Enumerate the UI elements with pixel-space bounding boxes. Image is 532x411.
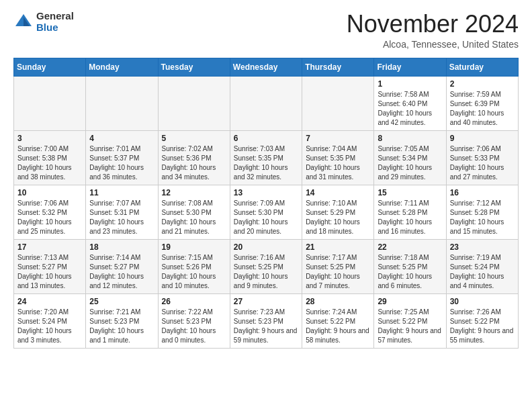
day-number: 19 xyxy=(162,242,226,252)
calendar-cell: 27Sunrise: 7:23 AM Sunset: 5:23 PM Dayli… xyxy=(230,293,302,348)
day-number: 8 xyxy=(378,134,442,143)
day-info: Sunrise: 7:58 AM Sunset: 6:40 PM Dayligh… xyxy=(378,90,442,128)
day-number: 13 xyxy=(234,188,298,197)
calendar-cell: 15Sunrise: 7:11 AM Sunset: 5:28 PM Dayli… xyxy=(374,185,446,239)
day-info: Sunrise: 7:04 AM Sunset: 5:35 PM Dayligh… xyxy=(306,144,370,182)
calendar-table: SundayMondayTuesdayWednesdayThursdayFrid… xyxy=(13,58,519,349)
day-number: 26 xyxy=(162,297,226,306)
calendar-cell: 18Sunrise: 7:14 AM Sunset: 5:27 PM Dayli… xyxy=(86,239,158,293)
header: General Blue November 2024 Alcoa, Tennes… xyxy=(13,11,519,50)
day-info: Sunrise: 7:16 AM Sunset: 5:25 PM Dayligh… xyxy=(234,253,298,291)
day-number: 6 xyxy=(234,134,298,143)
calendar-header-saturday: Saturday xyxy=(446,58,518,76)
day-info: Sunrise: 7:17 AM Sunset: 5:25 PM Dayligh… xyxy=(306,253,370,291)
calendar-cell: 7Sunrise: 7:04 AM Sunset: 5:35 PM Daylig… xyxy=(302,130,374,185)
page: General Blue November 2024 Alcoa, Tennes… xyxy=(0,0,532,359)
calendar-cell: 4Sunrise: 7:01 AM Sunset: 5:37 PM Daylig… xyxy=(86,130,158,185)
day-number: 30 xyxy=(450,297,515,306)
day-number: 18 xyxy=(89,242,154,252)
calendar-cell xyxy=(302,76,374,130)
day-info: Sunrise: 7:14 AM Sunset: 5:27 PM Dayligh… xyxy=(89,253,154,291)
day-info: Sunrise: 7:00 AM Sunset: 5:38 PM Dayligh… xyxy=(17,144,82,182)
calendar-cell: 16Sunrise: 7:12 AM Sunset: 5:28 PM Dayli… xyxy=(446,185,518,239)
day-number: 29 xyxy=(378,297,442,306)
day-number: 28 xyxy=(306,297,370,306)
day-number: 20 xyxy=(234,242,298,252)
calendar-header-thursday: Thursday xyxy=(302,58,374,76)
calendar-cell xyxy=(14,76,86,130)
calendar-cell: 28Sunrise: 7:24 AM Sunset: 5:22 PM Dayli… xyxy=(302,293,374,348)
calendar-header-tuesday: Tuesday xyxy=(158,58,230,76)
calendar-cell: 1Sunrise: 7:58 AM Sunset: 6:40 PM Daylig… xyxy=(374,76,446,130)
day-info: Sunrise: 7:22 AM Sunset: 5:23 PM Dayligh… xyxy=(162,308,226,345)
day-info: Sunrise: 7:13 AM Sunset: 5:27 PM Dayligh… xyxy=(17,253,82,291)
day-number: 24 xyxy=(17,297,82,306)
day-number: 9 xyxy=(450,134,515,143)
day-info: Sunrise: 7:59 AM Sunset: 6:39 PM Dayligh… xyxy=(450,90,515,128)
calendar-cell: 23Sunrise: 7:19 AM Sunset: 5:24 PM Dayli… xyxy=(446,239,518,293)
day-info: Sunrise: 7:11 AM Sunset: 5:28 PM Dayligh… xyxy=(378,199,442,236)
day-number: 16 xyxy=(450,188,515,197)
day-info: Sunrise: 7:06 AM Sunset: 5:32 PM Dayligh… xyxy=(17,199,82,236)
month-title: November 2024 xyxy=(347,11,519,38)
calendar-cell: 22Sunrise: 7:18 AM Sunset: 5:25 PM Dayli… xyxy=(374,239,446,293)
day-info: Sunrise: 7:10 AM Sunset: 5:29 PM Dayligh… xyxy=(306,199,370,236)
calendar-cell: 24Sunrise: 7:20 AM Sunset: 5:24 PM Dayli… xyxy=(14,293,86,348)
location: Alcoa, Tennessee, United States xyxy=(347,39,519,50)
day-info: Sunrise: 7:26 AM Sunset: 5:22 PM Dayligh… xyxy=(450,308,515,345)
calendar-cell: 14Sunrise: 7:10 AM Sunset: 5:29 PM Dayli… xyxy=(302,185,374,239)
calendar-cell: 26Sunrise: 7:22 AM Sunset: 5:23 PM Dayli… xyxy=(158,293,230,348)
calendar-cell: 17Sunrise: 7:13 AM Sunset: 5:27 PM Dayli… xyxy=(14,239,86,293)
day-info: Sunrise: 7:09 AM Sunset: 5:30 PM Dayligh… xyxy=(234,199,298,236)
calendar-week-row: 3Sunrise: 7:00 AM Sunset: 5:38 PM Daylig… xyxy=(14,130,519,185)
calendar-cell: 3Sunrise: 7:00 AM Sunset: 5:38 PM Daylig… xyxy=(14,130,86,185)
day-number: 4 xyxy=(89,134,154,143)
calendar-week-row: 24Sunrise: 7:20 AM Sunset: 5:24 PM Dayli… xyxy=(14,293,519,348)
day-number: 14 xyxy=(306,188,370,197)
day-number: 11 xyxy=(89,188,154,197)
day-info: Sunrise: 7:21 AM Sunset: 5:23 PM Dayligh… xyxy=(89,308,154,345)
calendar-header-friday: Friday xyxy=(374,58,446,76)
calendar-cell: 8Sunrise: 7:05 AM Sunset: 5:34 PM Daylig… xyxy=(374,130,446,185)
calendar-cell: 11Sunrise: 7:07 AM Sunset: 5:31 PM Dayli… xyxy=(86,185,158,239)
day-info: Sunrise: 7:06 AM Sunset: 5:33 PM Dayligh… xyxy=(450,144,515,182)
calendar-cell: 12Sunrise: 7:08 AM Sunset: 5:30 PM Dayli… xyxy=(158,185,230,239)
day-number: 7 xyxy=(306,134,370,143)
day-number: 25 xyxy=(89,297,154,306)
day-info: Sunrise: 7:01 AM Sunset: 5:37 PM Dayligh… xyxy=(89,144,154,182)
calendar-cell: 21Sunrise: 7:17 AM Sunset: 5:25 PM Dayli… xyxy=(302,239,374,293)
calendar-week-row: 17Sunrise: 7:13 AM Sunset: 5:27 PM Dayli… xyxy=(14,239,519,293)
calendar-week-row: 10Sunrise: 7:06 AM Sunset: 5:32 PM Dayli… xyxy=(14,185,519,239)
calendar-cell: 30Sunrise: 7:26 AM Sunset: 5:22 PM Dayli… xyxy=(446,293,518,348)
calendar-cell: 6Sunrise: 7:03 AM Sunset: 5:35 PM Daylig… xyxy=(230,130,302,185)
day-info: Sunrise: 7:08 AM Sunset: 5:30 PM Dayligh… xyxy=(162,199,226,236)
day-number: 10 xyxy=(17,188,82,197)
day-number: 22 xyxy=(378,242,442,252)
day-number: 5 xyxy=(162,134,226,143)
logo: General Blue xyxy=(13,11,74,33)
calendar-cell xyxy=(86,76,158,130)
calendar-cell: 25Sunrise: 7:21 AM Sunset: 5:23 PM Dayli… xyxy=(86,293,158,348)
day-info: Sunrise: 7:12 AM Sunset: 5:28 PM Dayligh… xyxy=(450,199,515,236)
day-number: 1 xyxy=(378,79,442,89)
calendar-cell: 29Sunrise: 7:25 AM Sunset: 5:22 PM Dayli… xyxy=(374,293,446,348)
day-number: 15 xyxy=(378,188,442,197)
logo-general-text: General xyxy=(36,11,74,22)
calendar-cell: 9Sunrise: 7:06 AM Sunset: 5:33 PM Daylig… xyxy=(446,130,518,185)
calendar-header-wednesday: Wednesday xyxy=(230,58,302,76)
day-info: Sunrise: 7:15 AM Sunset: 5:26 PM Dayligh… xyxy=(162,253,226,291)
calendar-week-row: 1Sunrise: 7:58 AM Sunset: 6:40 PM Daylig… xyxy=(14,76,519,130)
day-info: Sunrise: 7:20 AM Sunset: 5:24 PM Dayligh… xyxy=(17,308,82,345)
day-number: 12 xyxy=(162,188,226,197)
day-info: Sunrise: 7:24 AM Sunset: 5:22 PM Dayligh… xyxy=(306,308,370,345)
calendar-cell xyxy=(230,76,302,130)
calendar-header-monday: Monday xyxy=(86,58,158,76)
calendar-cell xyxy=(158,76,230,130)
title-block: November 2024 Alcoa, Tennessee, United S… xyxy=(347,11,519,50)
day-number: 23 xyxy=(450,242,515,252)
calendar-cell: 2Sunrise: 7:59 AM Sunset: 6:39 PM Daylig… xyxy=(446,76,518,130)
day-info: Sunrise: 7:07 AM Sunset: 5:31 PM Dayligh… xyxy=(89,199,154,236)
logo-icon xyxy=(13,12,34,32)
day-number: 27 xyxy=(234,297,298,306)
calendar-cell: 20Sunrise: 7:16 AM Sunset: 5:25 PM Dayli… xyxy=(230,239,302,293)
